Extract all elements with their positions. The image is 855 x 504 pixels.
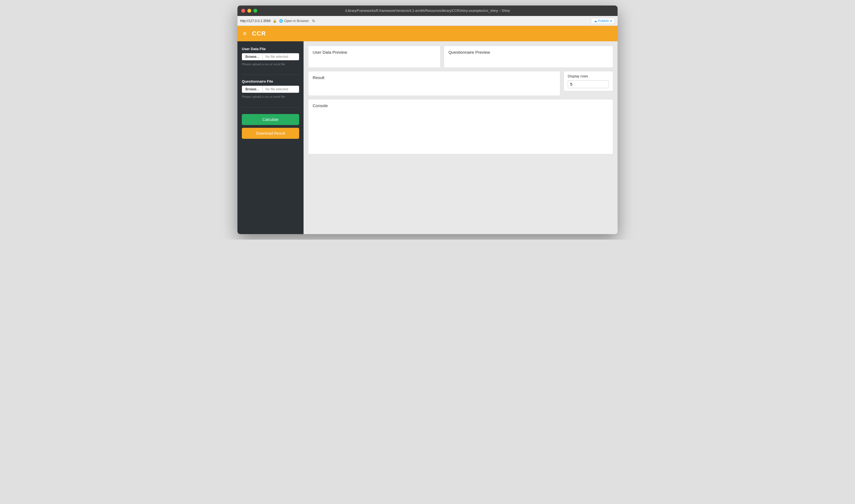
- user-data-file-input: Browse... No file selected: [242, 53, 299, 60]
- navbar: ≡ CCR: [237, 26, 618, 41]
- user-data-preview-title: User Data Preview: [313, 50, 347, 55]
- open-in-browser-button[interactable]: 🌐 Open in Browser: [279, 19, 309, 23]
- chevron-down-icon: ▾: [610, 19, 612, 23]
- sidebar-divider-2: [242, 107, 299, 107]
- questionnaire-file-label: Questionnaire File: [242, 79, 299, 84]
- hamburger-menu-button[interactable]: ≡: [243, 30, 247, 37]
- calculate-button[interactable]: Calculate: [242, 114, 299, 125]
- display-rows-panel: Display rows: [564, 71, 613, 91]
- address-bar: http://127.0.0.1:3589 🔒 🌐 Open in Browse…: [237, 16, 618, 26]
- questionnaire-file-input: Browse... No file selected: [242, 86, 299, 93]
- sidebar-actions: Calculate Download Result: [242, 114, 299, 139]
- display-rows-input[interactable]: [568, 80, 609, 88]
- result-row: Result Display rows: [308, 71, 613, 96]
- questionnaire-preview-title: Questionnaire Preview: [448, 50, 490, 55]
- display-rows-label: Display rows: [568, 74, 609, 78]
- browser-icon: 🌐: [279, 19, 283, 23]
- console-title: Console: [313, 103, 328, 108]
- sidebar-divider-1: [242, 75, 299, 75]
- user-data-preview-panel: User Data Preview: [308, 46, 441, 68]
- title-bar: /Library/Frameworks/R.framework/Versions…: [237, 5, 618, 16]
- questionnaire-browse-button[interactable]: Browse...: [242, 86, 263, 93]
- download-result-button[interactable]: Download Result: [242, 128, 299, 139]
- console-panel: Console: [308, 99, 613, 154]
- questionnaire-hint: Please upload a csv or excel file: [242, 95, 299, 98]
- questionnaire-preview-panel: Questionnaire Preview: [444, 46, 613, 68]
- result-panel: Result: [308, 71, 560, 96]
- main-content: User Data Preview Questionnaire Preview …: [304, 41, 618, 234]
- app-brand: CCR: [252, 30, 266, 37]
- user-data-hint: Please upload a csv or excel file: [242, 62, 299, 66]
- minimize-button[interactable]: [247, 9, 251, 13]
- publish-button[interactable]: ☁ Publish ▾: [591, 18, 615, 24]
- window-controls: [241, 9, 257, 13]
- maximize-button[interactable]: [253, 9, 257, 13]
- window-title: /Library/Frameworks/R.framework/Versions…: [345, 9, 510, 13]
- url-display: http://127.0.0.1:3589: [240, 19, 270, 23]
- preview-row: User Data Preview Questionnaire Preview: [308, 46, 613, 68]
- publish-icon: ☁: [594, 19, 597, 23]
- user-data-file-label: User Data File: [242, 47, 299, 51]
- sidebar: User Data File Browse... No file selecte…: [237, 41, 304, 234]
- close-button[interactable]: [241, 9, 245, 13]
- result-title: Result: [313, 75, 324, 80]
- main-layout: User Data File Browse... No file selecte…: [237, 41, 618, 234]
- questionnaire-file-placeholder: No file selected: [263, 86, 299, 93]
- user-data-file-placeholder: No file selected: [263, 53, 299, 60]
- refresh-button[interactable]: ↻: [311, 18, 317, 24]
- lock-icon: 🔒: [273, 19, 277, 23]
- user-data-browse-button[interactable]: Browse...: [242, 53, 263, 60]
- app-shell: ≡ CCR User Data File Browse... No file s…: [237, 26, 618, 234]
- app-window: /Library/Frameworks/R.framework/Versions…: [237, 5, 618, 234]
